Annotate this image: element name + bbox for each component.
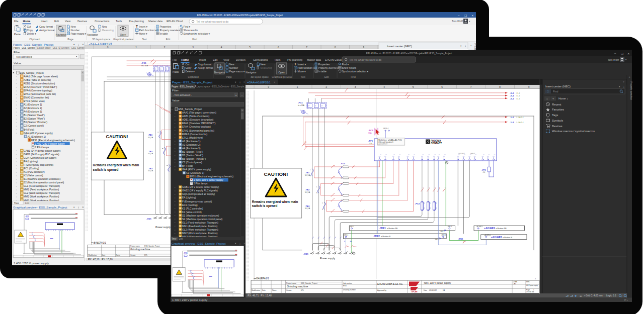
svg-text:Insert ▾: Insert ▾	[298, 63, 306, 66]
svg-text:Tools: Tools	[116, 20, 122, 23]
svg-text:ETC1 (Model view): ETC1 (Model view)	[182, 137, 203, 139]
svg-text:OUTPUT: OUTPUT	[458, 153, 465, 155]
svg-text:Find ▾: Find ▾	[342, 63, 349, 66]
svg-text:Delete ▾: Delete ▾	[186, 70, 195, 73]
svg-text:Home: Home	[558, 97, 566, 100]
svg-text:RY: 15,26: RY: 15,26	[102, 258, 113, 261]
svg-text:EPL: EPL	[301, 289, 304, 291]
svg-text:✕: ✕	[627, 52, 630, 55]
svg-text:In = 32A: In = 32A	[141, 65, 148, 67]
svg-text:3: 3	[192, 46, 194, 49]
svg-text:▹: ▹	[175, 119, 176, 121]
svg-text:Creator: Creator	[130, 254, 136, 256]
svg-text:▹: ▹	[16, 100, 17, 102]
svg-text:-FC1: -FC1	[298, 101, 303, 104]
svg-text:Devices - ESS_Sample_...: Devices - ESS_Sample_...	[221, 85, 248, 88]
svg-text:Pages - ESS_Sample_Project: Pages - ESS_Sample_Project	[13, 43, 53, 46]
svg-text:B4 (Field): B4 (Field)	[24, 129, 35, 131]
svg-text:EFS1 (Electrical engineering s: EFS1 (Electrical engineering schematic)	[31, 139, 75, 142]
svg-text:50 | 5 A: 50 | 5 A	[148, 137, 153, 139]
svg-text:RX: 47,18: RX: 47,18	[88, 258, 99, 261]
svg-text:Filter:: Filter:	[172, 89, 180, 92]
svg-text:-TA2: -TA2	[305, 188, 310, 191]
svg-text:-1B: -1B	[333, 165, 335, 166]
svg-text:Power supply: Power supply	[320, 257, 336, 260]
svg-text:S2 (Machine operation control: S2 (Machine operation control panel)	[24, 181, 64, 184]
svg-text:- Not activated -: - Not activated -	[173, 93, 192, 96]
svg-text:ESS: ESS	[343, 285, 347, 287]
svg-text:Navigator: Navigator	[246, 71, 257, 74]
svg-text:▹: ▹	[16, 118, 17, 120]
svg-text:EA (Lighting): EA (Lighting)	[182, 196, 196, 199]
svg-text:Graphical preview - ESS_Sample: Graphical preview - ESS_Sample_Project	[172, 242, 226, 245]
svg-text:In table: In table	[160, 32, 169, 35]
svg-text:Text: Text	[300, 75, 305, 78]
svg-text:▹: ▹	[16, 108, 17, 110]
svg-text:Navigator: Navigator	[87, 33, 98, 36]
svg-text:New: New	[229, 63, 234, 66]
svg-text:Value:: Value:	[172, 99, 180, 102]
svg-text:-XD1: -XD1	[146, 218, 152, 220]
svg-text:View: View	[65, 20, 71, 23]
svg-text:Logic: 1:1: Logic: 1:1	[606, 294, 616, 297]
svg-text:≡ Busbar N: ≡ Busbar N	[503, 237, 512, 239]
svg-text:Tell me what you want to do: Tell me what you want to do	[196, 20, 228, 23]
svg-text:▹: ▹	[16, 93, 17, 95]
svg-text:3D layout space: 3D layout space	[92, 38, 110, 41]
svg-text:Tree: Tree	[172, 238, 177, 240]
svg-text:Property overview: Property overview	[630, 81, 632, 100]
svg-text:=GAA+A1&EFS1/1: =GAA+A1&EFS1/1	[247, 81, 271, 84]
svg-text:▹: ▹	[175, 200, 176, 202]
svg-text:▹: ▹	[16, 75, 17, 77]
svg-text:Pages - ESS_Sample_P...: Pages - ESS_Sample_P...	[172, 85, 198, 88]
svg-text:Path function text: Path function text	[139, 29, 159, 32]
svg-text:Measuring: Measuring	[261, 66, 273, 69]
svg-text:2 Pilot lamps: 2 Pilot lamps	[194, 182, 208, 185]
svg-text:K2 (Valve control): K2 (Valve control)	[24, 174, 43, 177]
svg-text:Drawing number: Drawing number	[343, 289, 356, 291]
svg-text:C2 (Control panel): C2 (Control panel)	[24, 125, 44, 127]
svg-text:Paste: Paste	[173, 70, 179, 73]
svg-text:16A: 16A	[368, 132, 372, 134]
svg-text:...: ...	[241, 93, 243, 96]
svg-text:▹: ▹	[175, 162, 176, 164]
svg-text:# ∿: # ∿	[624, 299, 628, 301]
svg-text:List: List	[179, 238, 183, 240]
svg-text:Master data: Master data	[148, 20, 163, 23]
svg-text:Layout space - ESS_Sa...: Layout space - ESS_Sa...	[197, 85, 223, 88]
svg-text:CONTACT: CONTACT	[431, 142, 442, 145]
svg-text:Symbols: Symbols	[552, 119, 563, 122]
svg-text:-TA3: -TA3	[305, 205, 310, 207]
svg-text:-WE2-2: -WE2-2	[435, 239, 439, 241]
svg-text:New: New	[261, 63, 266, 66]
svg-text:50 | 5 A: 50 | 5 A	[305, 174, 310, 176]
svg-text:▹: ▹	[175, 137, 176, 139]
svg-text:Page macro ▾: Page macro ▾	[71, 32, 87, 35]
svg-text:1: 1	[297, 86, 298, 88]
svg-text:-FC5: -FC5	[368, 129, 373, 132]
svg-text:Copy: Copy	[186, 66, 192, 69]
svg-text:Text: Text	[142, 38, 147, 41]
svg-text:Page: Page	[526, 289, 530, 291]
svg-text:-W01: -W01	[458, 238, 463, 240]
svg-text:▹: ▹	[16, 164, 17, 166]
svg-text:Date: Date	[262, 289, 266, 291]
svg-text:✕: ✕	[274, 81, 275, 83]
svg-text:Tell me what you want to do: Tell me what you want to do	[349, 58, 381, 61]
svg-text:F (Emergency-stop control): F (Emergency-stop control)	[24, 164, 54, 166]
svg-text:Filter:: Filter:	[14, 51, 21, 54]
svg-text:˅: ˅	[623, 80, 624, 83]
svg-text:New: New	[102, 25, 107, 28]
svg-text:-WE2: -WE2	[373, 235, 380, 238]
svg-text:EMA3 (Connection list): EMA3 (Connection list)	[182, 133, 207, 136]
svg-text:▹: ▹	[16, 171, 17, 173]
svg-text:EPLAN Electric P8 2023 - E:\EP: EPLAN Electric P8 2023 - E:\EPLAN\Data\2…	[197, 14, 283, 17]
svg-text:switch is opened: switch is opened	[93, 168, 119, 172]
svg-text:▹: ▹	[16, 111, 17, 113]
svg-text:Navigator: Navigator	[56, 33, 67, 36]
svg-text:8: 8	[335, 46, 336, 49]
svg-text:-1B: -1B	[333, 209, 335, 210]
svg-text:Connections: Connections	[95, 20, 110, 23]
svg-text:List: List	[25, 201, 29, 204]
svg-text:A1 (Enclosure 1): A1 (Enclosure 1)	[24, 103, 42, 106]
